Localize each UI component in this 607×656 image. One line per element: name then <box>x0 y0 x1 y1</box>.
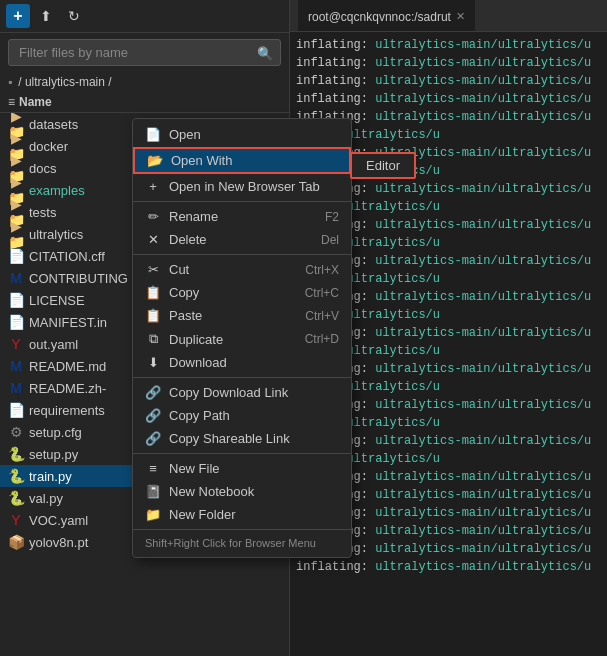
rename-shortcut: F2 <box>325 210 339 224</box>
ctx-copy-shareable-link[interactable]: 🔗 Copy Shareable Link <box>133 427 351 450</box>
ctx-duplicate[interactable]: ⧉ Duplicate Ctrl+D <box>133 327 351 351</box>
ctx-copy-label: Copy <box>169 285 199 300</box>
context-menu: 📄 Open 📂 Open With + Open in New Browser… <box>132 118 352 558</box>
plus-icon: + <box>145 179 161 194</box>
terminal-line: inflating: ultralytics-main/ultralytics/… <box>296 558 601 576</box>
file-icon: ⚙ <box>8 424 24 440</box>
delete-icon: ✕ <box>145 232 161 247</box>
new-folder-icon: 📁 <box>145 507 161 522</box>
folder-icon: ▶📁 <box>8 218 24 250</box>
new-notebook-icon: 📓 <box>145 484 161 499</box>
path-icon: 🔗 <box>145 408 161 423</box>
file-icon: 📄 <box>8 292 24 308</box>
toolbar: + ⬆ ↻ <box>0 0 289 33</box>
ctx-paste-label: Paste <box>169 308 202 323</box>
shareable-icon: 🔗 <box>145 431 161 446</box>
refresh-button[interactable]: ↻ <box>62 4 86 28</box>
ctx-cut-label: Cut <box>169 262 189 277</box>
tab-close-icon[interactable]: ✕ <box>456 10 465 23</box>
file-browser-panel: + ⬆ ↻ 🔍 ▪ / ultralytics-main / ≡ Name ▶📁… <box>0 0 290 656</box>
file-icon: 📄 <box>8 402 24 418</box>
ctx-paste[interactable]: 📋 Paste Ctrl+V <box>133 304 351 327</box>
ctx-open-browser-label: Open in New Browser Tab <box>169 179 320 194</box>
link-icon: 🔗 <box>145 385 161 400</box>
ctx-new-file[interactable]: ≡ New File <box>133 457 351 480</box>
new-file-button[interactable]: + <box>6 4 30 28</box>
copy-icon: 📋 <box>145 285 161 300</box>
terminal-line: inflating: ultralytics-main/ultralytics/… <box>296 90 601 108</box>
file-list-header: ≡ Name <box>0 92 289 113</box>
ctx-copy-shareable-label: Copy Shareable Link <box>169 431 290 446</box>
ctx-duplicate-label: Duplicate <box>169 332 223 347</box>
upload-button[interactable]: ⬆ <box>34 4 58 28</box>
ctx-new-folder[interactable]: 📁 New Folder <box>133 503 351 526</box>
cut-icon: ✂ <box>145 262 161 277</box>
open-with-icon: 📂 <box>147 153 163 168</box>
terminal-tab-label: root@cqcnkqvnnoc:/sadrut <box>308 10 451 24</box>
terminal-line: inflating: ultralytics-main/ultralytics/… <box>296 72 601 90</box>
separator <box>133 529 351 530</box>
terminal-line: inflating: ultralytics-main/ultralytics/… <box>296 36 601 54</box>
file-icon: 📄 <box>8 248 24 264</box>
file-icon: 📄 <box>8 314 24 330</box>
separator <box>133 377 351 378</box>
file-icon: M <box>8 358 24 374</box>
file-icon: M <box>8 270 24 286</box>
terminal-line: inflating: ultralytics-main/ultralytics/… <box>296 54 601 72</box>
ctx-delete[interactable]: ✕ Delete Del <box>133 228 351 251</box>
breadcrumb-text: / ultralytics-main / <box>18 75 111 89</box>
ctx-new-file-label: New File <box>169 461 220 476</box>
open-icon: 📄 <box>145 127 161 142</box>
file-icon: 🐍 <box>8 490 24 506</box>
ctx-copy-path-label: Copy Path <box>169 408 230 423</box>
search-icon: 🔍 <box>257 45 273 60</box>
terminal-tab[interactable]: root@cqcnkqvnnoc:/sadrut ✕ <box>298 0 475 31</box>
sort-icon: ≡ <box>8 95 15 109</box>
ctx-cut[interactable]: ✂ Cut Ctrl+X <box>133 258 351 281</box>
ctx-copy[interactable]: 📋 Copy Ctrl+C <box>133 281 351 304</box>
ctx-download[interactable]: ⬇ Download <box>133 351 351 374</box>
ctx-open-browser-tab[interactable]: + Open in New Browser Tab <box>133 175 351 198</box>
ctx-download-label: Download <box>169 355 227 370</box>
cut-shortcut: Ctrl+X <box>305 263 339 277</box>
breadcrumb: ▪ / ultralytics-main / <box>0 72 289 92</box>
file-icon: M <box>8 380 24 396</box>
ctx-browser-menu-hint: Shift+Right Click for Browser Menu <box>133 533 351 553</box>
ctx-copy-path[interactable]: 🔗 Copy Path <box>133 404 351 427</box>
file-icon: Y <box>8 336 24 352</box>
ctx-delete-label: Delete <box>169 232 207 247</box>
browser-menu-hint-label: Shift+Right Click for Browser Menu <box>145 537 316 549</box>
copy-shortcut: Ctrl+C <box>305 286 339 300</box>
ctx-new-notebook[interactable]: 📓 New Notebook <box>133 480 351 503</box>
ctx-copy-download-link-label: Copy Download Link <box>169 385 288 400</box>
search-input[interactable] <box>8 39 281 66</box>
ctx-new-folder-label: New Folder <box>169 507 235 522</box>
ctx-open-with-label: Open With <box>171 153 232 168</box>
editor-button[interactable]: Editor <box>350 152 416 179</box>
new-file-icon: ≡ <box>145 461 161 476</box>
separator <box>133 201 351 202</box>
ctx-rename-label: Rename <box>169 209 218 224</box>
rename-icon: ✏ <box>145 209 161 224</box>
download-icon: ⬇ <box>145 355 161 370</box>
file-icon: Y <box>8 512 24 528</box>
ctx-open-label: Open <box>169 127 201 142</box>
ctx-rename[interactable]: ✏ Rename F2 <box>133 205 351 228</box>
header-name-label: Name <box>19 95 52 109</box>
file-icon: 🐍 <box>8 446 24 462</box>
paste-icon: 📋 <box>145 308 161 323</box>
ctx-open-with[interactable]: 📂 Open With <box>133 147 351 174</box>
ctx-new-notebook-label: New Notebook <box>169 484 254 499</box>
duplicate-shortcut: Ctrl+D <box>305 332 339 346</box>
ctx-copy-download-link[interactable]: 🔗 Copy Download Link <box>133 381 351 404</box>
paste-shortcut: Ctrl+V <box>305 309 339 323</box>
ctx-open[interactable]: 📄 Open <box>133 123 351 146</box>
terminal-tab-bar: root@cqcnkqvnnoc:/sadrut ✕ <box>290 0 607 32</box>
delete-shortcut: Del <box>321 233 339 247</box>
file-icon: 📦 <box>8 534 24 550</box>
folder-icon: ▪ <box>8 75 12 89</box>
search-container: 🔍 <box>8 39 281 66</box>
duplicate-icon: ⧉ <box>145 331 161 347</box>
separator <box>133 254 351 255</box>
file-icon: 🐍 <box>8 468 24 484</box>
